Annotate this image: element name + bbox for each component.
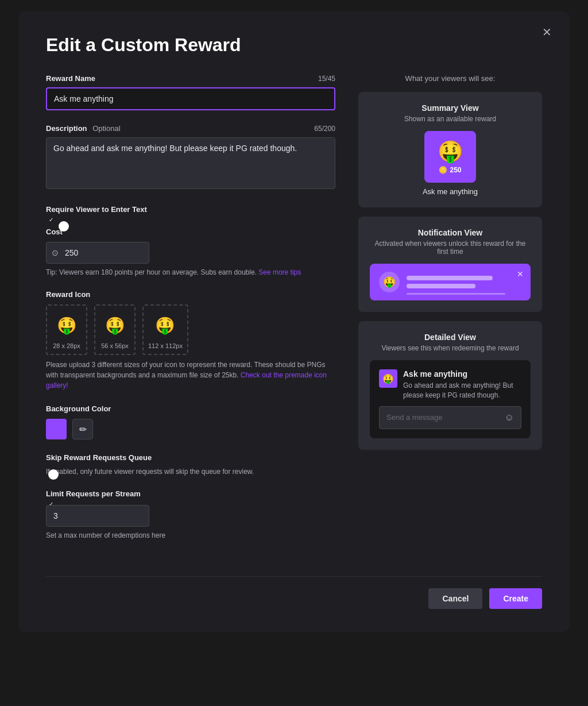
skip-queue-desc: If enabled, only future viewer requests … (46, 468, 335, 476)
reward-name-group: Reward Name 15/45 (46, 74, 335, 110)
skip-queue-thumb (48, 469, 59, 480)
summary-view-section: Summary View Shown as an available rewar… (358, 92, 542, 207)
viewers-label: What your viewers will see: (358, 74, 542, 83)
notification-view-section: Notification View Activated when viewers… (358, 217, 542, 312)
modal-title: Edit a Custom Reward (46, 34, 542, 56)
cost-group: Cost ⊙ Tip: Viewers earn 180 points per … (46, 227, 335, 276)
summary-title: Summary View (370, 103, 531, 113)
color-swatch[interactable] (46, 419, 67, 439)
detailed-title: Detailed View (370, 333, 531, 342)
cost-input-wrap: ⊙ (46, 242, 149, 264)
reward-icon-group: Reward Icon 🤑 28 x 28px 🤑 56 x 56px 🤑 11… (46, 290, 335, 391)
reward-name-input[interactable] (46, 87, 335, 110)
icon-size-label-56: 56 x 56px (101, 342, 129, 349)
icon-img-56: 🤑 (100, 310, 130, 340)
require-text-group: Require Viewer to Enter Text ✓ (46, 205, 335, 214)
emoji-picker-icon[interactable]: ☺ (505, 412, 514, 423)
see-more-tips-link[interactable]: See more tips (258, 268, 301, 276)
description-label: Description Optional (46, 124, 121, 133)
cost-label: Cost (46, 227, 335, 236)
pencil-icon: ✏ (79, 424, 87, 435)
icon-description: Please upload 3 different sizes of your … (46, 360, 335, 391)
description-header: Description Optional 65/200 (46, 124, 335, 133)
color-row: ✏ (46, 419, 335, 439)
reward-name-counter: 15/45 (318, 75, 335, 83)
summary-reward-name: Ask me anything (423, 187, 478, 196)
detailed-icon: 🤑 (379, 369, 397, 388)
detailed-reward-title: Ask me anything (403, 369, 521, 379)
summary-cost: 250 (450, 166, 461, 174)
modal-footer: Cancel Create (46, 576, 542, 609)
edit-color-button[interactable]: ✏ (72, 419, 93, 439)
description-optional: Optional (92, 124, 120, 133)
require-text-label: Require Viewer to Enter Text (46, 205, 335, 214)
icon-img-28: 🤑 (52, 310, 82, 340)
detailed-text-wrap: Ask me anything Go ahead and ask me anyt… (403, 369, 521, 400)
close-button[interactable]: ✕ (537, 23, 556, 41)
notification-card: 🤑 ✕ (370, 264, 531, 300)
detailed-header: 🤑 Ask me anything Go ahead and ask me an… (379, 369, 521, 400)
icon-box-28[interactable]: 🤑 28 x 28px (46, 304, 87, 355)
reward-icon-label: Reward Icon (46, 290, 335, 299)
summary-icon-wrap: 🤑 🪙 250 (424, 131, 476, 183)
summary-icon-emoji: 🤑 (438, 140, 463, 164)
toggle-check-icon: ✓ (49, 217, 53, 223)
reward-name-label: Reward Name (46, 74, 95, 83)
skip-queue-label: Skip Reward Requests Queue (46, 453, 335, 462)
detailed-view-section: Detailed View Viewers see this when rede… (358, 321, 542, 450)
summary-card: 🤑 🪙 250 Ask me anything (370, 131, 531, 196)
create-button[interactable]: Create (489, 588, 542, 609)
reward-name-header: Reward Name 15/45 (46, 74, 335, 83)
notif-line-1 (407, 276, 493, 280)
summary-subtitle: Shown as an available reward (370, 115, 531, 123)
cost-input[interactable] (46, 242, 149, 264)
notif-close-button[interactable]: ✕ (517, 269, 524, 279)
notif-icon: 🤑 (379, 272, 400, 292)
limit-value-wrap (46, 505, 149, 527)
notif-lines (407, 276, 521, 288)
message-placeholder: Send a message (386, 413, 500, 422)
limit-requests-input[interactable] (46, 505, 149, 527)
notif-line-2 (407, 284, 475, 288)
cost-tip: Tip: Viewers earn 180 points per hour on… (46, 268, 335, 276)
limit-requests-label: Limit Requests per Stream (46, 489, 335, 498)
coin-icon: 🪙 (439, 166, 447, 174)
icon-img-112: 🤑 (150, 310, 180, 340)
skip-queue-group: Skip Reward Requests Queue If enabled, o… (46, 453, 335, 476)
right-column: What your viewers will see: Summary View… (358, 74, 542, 553)
detailed-card: 🤑 Ask me anything Go ahead and ask me an… (370, 360, 531, 438)
cost-icon: ⊙ (52, 248, 59, 257)
notification-subtitle: Activated when viewers unlock this rewar… (370, 240, 531, 256)
limit-requests-group: Limit Requests per Stream ✓ Set a max nu… (46, 489, 335, 539)
limit-requests-desc: Set a max number of redemptions here (46, 531, 335, 539)
notification-title: Notification View (370, 228, 531, 237)
require-text-thumb (59, 221, 69, 232)
bg-color-group: Background Color ✏ (46, 404, 335, 439)
message-input-wrap[interactable]: Send a message ☺ (379, 406, 521, 429)
bg-color-label: Background Color (46, 404, 335, 413)
icon-row: 🤑 28 x 28px 🤑 56 x 56px 🤑 112 x 112px (46, 304, 335, 355)
description-counter: 65/200 (314, 125, 335, 133)
detailed-reward-desc: Go ahead and ask me anything! But please… (403, 381, 521, 400)
icon-size-label-28: 28 x 28px (53, 342, 80, 349)
notif-progress-bar (407, 293, 505, 295)
edit-reward-modal: ✕ Edit a Custom Reward Reward Name 15/45… (18, 11, 570, 632)
cancel-button[interactable]: Cancel (428, 588, 482, 609)
icon-box-112[interactable]: 🤑 112 x 112px (142, 304, 188, 355)
detailed-subtitle: Viewers see this when redeeming the rewa… (370, 344, 531, 352)
description-textarea[interactable] (46, 137, 335, 189)
left-column: Reward Name 15/45 Description Optional 6… (46, 74, 335, 553)
icon-size-label-112: 112 x 112px (148, 342, 183, 349)
description-group: Description Optional 65/200 (46, 124, 335, 191)
modal-body: Reward Name 15/45 Description Optional 6… (46, 74, 542, 553)
summary-cost-badge: 🪙 250 (439, 166, 461, 174)
icon-box-56[interactable]: 🤑 56 x 56px (94, 304, 136, 355)
